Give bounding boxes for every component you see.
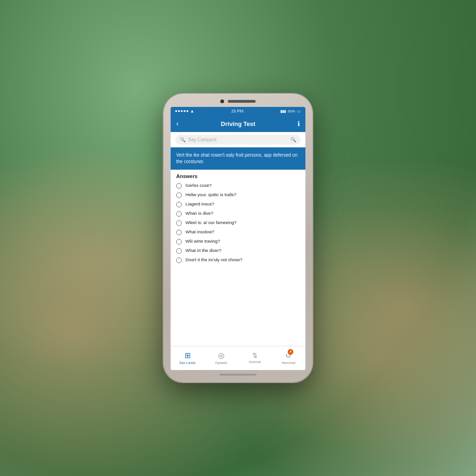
search-input[interactable]: Say Campeot xyxy=(188,137,288,142)
search-icon-left: 🔍 xyxy=(180,137,185,142)
phone-device: ▲ 25 PM ▮▮▮ 60% ▭ ‹ Driving Test ℹ 🔍 xyxy=(164,94,312,382)
answer-item-7[interactable]: Wlii wirte traving? xyxy=(176,238,300,245)
answer-item-5[interactable]: Wleel is: a/ our fameeing? xyxy=(176,220,300,226)
tab-label-4: Marcbad xyxy=(282,361,295,365)
answer-item-6[interactable]: What insolow? xyxy=(176,229,300,235)
answer-item-3[interactable]: Liagerd insus? xyxy=(176,201,300,207)
answer-item-9[interactable]: Dow't it the irs'uly not chose? xyxy=(176,257,300,263)
search-icon-right: 🔍 xyxy=(291,137,296,142)
status-dot-1 xyxy=(175,110,177,112)
tab-label-2: Gptable xyxy=(215,361,227,365)
status-dot-2 xyxy=(178,110,180,112)
tab-autonal[interactable]: ⇅ Autonal xyxy=(238,352,272,364)
battery-level: 60% xyxy=(288,109,295,113)
status-right: ▮▮▮ 60% ▭ xyxy=(280,109,301,113)
phone-top-bar xyxy=(167,99,309,103)
radio-1[interactable] xyxy=(176,183,182,189)
search-bar[interactable]: 🔍 Say Campeot 🔍 xyxy=(175,135,301,145)
status-dot-3 xyxy=(181,110,183,112)
radio-4[interactable] xyxy=(176,211,182,217)
answer-item-2[interactable]: Heliw your. quttic is tralls? xyxy=(176,192,300,198)
radio-7[interactable] xyxy=(176,239,182,245)
home-indicator[interactable] xyxy=(219,374,257,376)
answer-item-4[interactable]: Whan is dive? xyxy=(176,211,300,217)
tab-label-1: Sas Larids xyxy=(179,361,196,365)
status-dot-4 xyxy=(184,110,185,112)
answer-text-7: Wlii wirte traving? xyxy=(185,238,220,244)
search-container: 🔍 Say Campeot 🔍 xyxy=(171,132,305,147)
camera-dot xyxy=(220,99,224,103)
answers-section: Answers Gerles cuse? Heliw your. quttic … xyxy=(171,170,305,346)
tab-label-3: Autonal xyxy=(249,360,261,364)
question-text: Vert the ike shat rosen't ealy froit per… xyxy=(176,152,300,165)
info-icon[interactable]: ℹ xyxy=(298,120,300,127)
wifi-icon: ▲ xyxy=(190,109,194,113)
status-bar: ▲ 25 PM ▮▮▮ 60% ▭ xyxy=(171,107,305,115)
tab-marcbad[interactable]: ↺ ✕ Marcbad xyxy=(272,351,306,365)
answer-item-1[interactable]: Gerles cuse? xyxy=(176,183,300,189)
phone-screen: ▲ 25 PM ▮▮▮ 60% ▭ ‹ Driving Test ℹ 🔍 xyxy=(171,107,305,370)
battery-icon: ▭ xyxy=(297,109,301,113)
page-title: Driving Test xyxy=(221,120,255,127)
x-icon: ✕ xyxy=(289,350,292,354)
answer-text-2: Heliw your. quttic is tralls? xyxy=(185,192,236,198)
notification-badge: ✕ xyxy=(288,349,293,355)
tab-icon-2: ◎ xyxy=(218,351,225,360)
status-time: 25 PM xyxy=(231,109,243,113)
answers-label: Answers xyxy=(176,173,300,179)
question-box: Vert the ike shat rosen't ealy froit per… xyxy=(171,147,305,170)
answer-text-6: What insolow? xyxy=(185,229,214,235)
status-dot-5 xyxy=(186,110,188,112)
radio-3[interactable] xyxy=(176,202,182,207)
radio-9[interactable] xyxy=(176,258,182,263)
answer-text-3: Liagerd insus? xyxy=(185,201,214,207)
tab-icon-3: ⇅ xyxy=(252,352,258,359)
speaker-grille xyxy=(228,100,256,103)
tab-gptable[interactable]: ◎ Gptable xyxy=(205,351,238,365)
answer-text-1: Gerles cuse? xyxy=(185,183,212,188)
answer-text-5: Wleel is: a/ our fameeing? xyxy=(185,220,237,225)
phone-shell: ▲ 25 PM ▮▮▮ 60% ▭ ‹ Driving Test ℹ 🔍 xyxy=(164,94,312,382)
navigation-bar: ‹ Driving Test ℹ xyxy=(171,115,305,132)
radio-8[interactable] xyxy=(176,248,182,254)
answer-item-8[interactable]: What irt the diver? xyxy=(176,248,300,254)
tab-bar: ⊞ Sas Larids ◎ Gptable ⇅ Autonal ↺ ✕ xyxy=(171,346,305,370)
answer-text-8: What irt the diver? xyxy=(185,248,221,253)
radio-2[interactable] xyxy=(176,192,182,198)
tab-badge-container: ↺ ✕ xyxy=(285,351,291,360)
tab-icon-1: ⊞ xyxy=(185,351,191,360)
tab-sas-larids[interactable]: ⊞ Sas Larids xyxy=(171,351,205,365)
signal-icon: ▮▮▮ xyxy=(280,109,286,113)
answer-text-9: Dow't it the irs'uly not chose? xyxy=(185,257,242,263)
status-left: ▲ xyxy=(175,109,194,113)
status-dots xyxy=(175,110,188,112)
radio-6[interactable] xyxy=(176,230,182,235)
radio-5[interactable] xyxy=(176,220,182,226)
answer-text-4: Whan is dive? xyxy=(185,211,213,216)
back-button[interactable]: ‹ xyxy=(176,119,178,128)
